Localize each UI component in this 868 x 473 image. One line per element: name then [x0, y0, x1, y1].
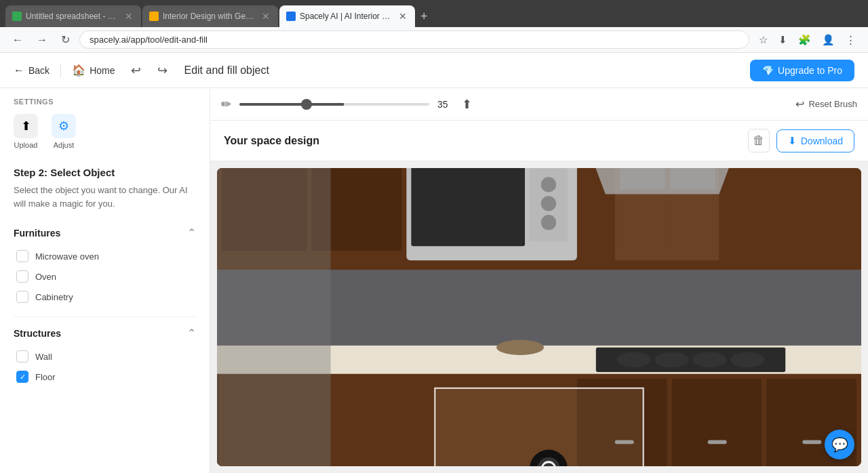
forward-nav-button[interactable]: →	[33, 31, 52, 49]
home-icon: 🏠	[72, 64, 85, 77]
adjust-tool-icon: ⚙	[52, 114, 76, 138]
image-canvas[interactable]	[217, 168, 861, 466]
wall-label: Wall	[35, 352, 52, 362]
home-label: Home	[90, 65, 115, 76]
svg-point-33	[496, 340, 544, 355]
settings-label: SETTINGS	[0, 88, 210, 111]
step-title: Step 2: Select Object	[14, 167, 196, 178]
sidebar-tools: ⬆ Upload ⚙ Adjust	[0, 111, 210, 157]
microwave-checkbox[interactable]	[16, 250, 28, 262]
svg-rect-5	[620, 194, 665, 251]
tab-interior[interactable]: Interior Design with Generati... ✕	[142, 5, 278, 27]
design-actions: 🗑 ⬇ Download	[748, 129, 854, 152]
svg-rect-30	[708, 440, 727, 445]
sidebar-item-wall[interactable]: Wall	[14, 346, 196, 367]
brush-value-display: 35	[437, 99, 454, 110]
category-furnitures: Furnitures ⌃ Microwave oven Oven Cabinet…	[0, 220, 210, 314]
upgrade-button[interactable]: 💎 Upgrade to Pro	[750, 60, 854, 81]
browser-icon-group: ☆ ⬇ 🧩 👤 ⋮	[755, 31, 860, 49]
wall-checkbox[interactable]	[16, 350, 28, 363]
step-description: Select the object you want to change. Ou…	[14, 184, 196, 210]
browser-chrome: Untitled spreadsheet - Goo... ✕ Interior…	[0, 0, 868, 27]
category-structures: Structures ⌃ Wall ✓ Floor	[0, 320, 210, 394]
brush-size-slider[interactable]	[239, 103, 429, 106]
home-button[interactable]: 🏠 Home	[72, 64, 115, 77]
furnitures-header[interactable]: Furnitures ⌃	[14, 226, 196, 239]
undo-button[interactable]: ↩	[125, 60, 146, 81]
tab-close-spacely[interactable]: ✕	[399, 11, 407, 22]
chat-button[interactable]: 💬	[825, 430, 854, 459]
extensions-button[interactable]: 🧩	[794, 31, 815, 49]
delete-button[interactable]: 🗑	[748, 129, 770, 152]
design-title: Your space design	[224, 135, 748, 147]
svg-point-14	[541, 196, 556, 211]
sidebar: SETTINGS ⬆ Upload ⚙ Adjust Step 2: Selec…	[0, 88, 210, 473]
svg-point-23	[730, 352, 764, 367]
browser-controls: ← → ↻ spacely.ai/app/tool/edit-and-fill …	[0, 27, 868, 53]
tab-title-interior: Interior Design with Generati...	[163, 12, 258, 21]
svg-point-22	[692, 352, 726, 367]
chat-icon: 💬	[831, 436, 848, 453]
svg-rect-11	[411, 168, 525, 246]
sidebar-item-floor[interactable]: ✓ Floor	[14, 367, 196, 387]
svg-point-20	[617, 352, 651, 367]
canvas-toolbar: ✏ 35 ⬆ ↩ Reset Brush	[210, 88, 868, 121]
page-title: Edit and fill object	[184, 64, 269, 77]
tab-spreadsheet[interactable]: Untitled spreadsheet - Goo... ✕	[5, 5, 141, 27]
category-divider	[14, 316, 196, 317]
cabinetry-label: Cabinetry	[35, 292, 73, 302]
sidebar-item-oven[interactable]: Oven	[14, 266, 196, 287]
download-label: Download	[801, 136, 843, 146]
sidebar-item-microwave[interactable]: Microwave oven	[14, 246, 196, 266]
url-text: spacely.ai/app/tool/edit-and-fill	[90, 35, 208, 45]
bookmark-button[interactable]: ☆	[755, 31, 772, 49]
furnitures-toggle-icon: ⌃	[187, 226, 196, 239]
reset-brush-button[interactable]: ↩ Reset Brush	[795, 98, 857, 110]
redo-button[interactable]: ↪	[152, 60, 173, 81]
tab-favicon-interior	[149, 12, 159, 21]
svg-point-21	[654, 352, 688, 367]
sidebar-tool-upload[interactable]: ⬆ Upload	[14, 114, 38, 149]
step-section: Step 2: Select Object Select the object …	[0, 157, 210, 220]
structures-toggle-icon: ⌃	[187, 327, 196, 340]
svg-rect-32	[217, 168, 331, 466]
tab-close-spreadsheet[interactable]: ✕	[125, 11, 133, 22]
download-chrome-button[interactable]: ⬇	[774, 31, 791, 49]
address-bar[interactable]: spacely.ai/app/tool/edit-and-fill	[79, 30, 749, 49]
svg-rect-6	[670, 194, 715, 251]
furnitures-title: Furnitures	[14, 228, 60, 239]
main-content: SETTINGS ⬆ Upload ⚙ Adjust Step 2: Selec…	[0, 88, 868, 473]
back-arrow-icon: ←	[14, 64, 24, 77]
tab-favicon-spacely	[286, 12, 296, 21]
cabinetry-checkbox[interactable]	[16, 291, 28, 303]
brush-button[interactable]: ✏	[221, 97, 231, 112]
download-button[interactable]: ⬇ Download	[776, 129, 854, 152]
tab-close-interior[interactable]: ✕	[262, 11, 270, 22]
app-header: ← Back 🏠 Home ↩ ↪ Edit and fill object 💎…	[0, 53, 868, 88]
back-button[interactable]: ← Back	[14, 64, 50, 77]
reset-brush-label: Reset Brush	[808, 99, 857, 109]
back-nav-button[interactable]: ←	[8, 31, 27, 49]
tab-favicon-spreadsheet	[12, 12, 22, 21]
sidebar-item-cabinetry[interactable]: Cabinetry	[14, 287, 196, 307]
kitchen-scene-svg	[217, 168, 861, 466]
app-container: ← Back 🏠 Home ↩ ↪ Edit and fill object 💎…	[0, 53, 868, 473]
profile-button[interactable]: 👤	[818, 31, 839, 49]
new-tab-button[interactable]: +	[416, 9, 432, 24]
svg-point-15	[541, 215, 556, 230]
structures-header[interactable]: Structures ⌃	[14, 327, 196, 340]
sidebar-tool-adjust[interactable]: ⚙ Adjust	[52, 114, 76, 149]
upgrade-label: Upgrade to Pro	[778, 65, 842, 76]
oven-checkbox[interactable]	[16, 270, 28, 283]
svg-rect-27	[672, 379, 762, 466]
header-divider	[60, 64, 61, 77]
svg-point-13	[541, 177, 556, 192]
tab-spacely[interactable]: Spacely AI | AI Interior Desig... ✕	[279, 5, 415, 27]
upload-tool-label: Upload	[14, 141, 38, 149]
floor-checkbox[interactable]: ✓	[16, 371, 28, 383]
upload-icon-button[interactable]: ⬆	[462, 97, 472, 112]
reload-button[interactable]: ↻	[57, 30, 74, 49]
reset-icon: ↩	[795, 98, 804, 110]
gem-icon: 💎	[762, 65, 774, 76]
menu-button[interactable]: ⋮	[842, 31, 860, 49]
